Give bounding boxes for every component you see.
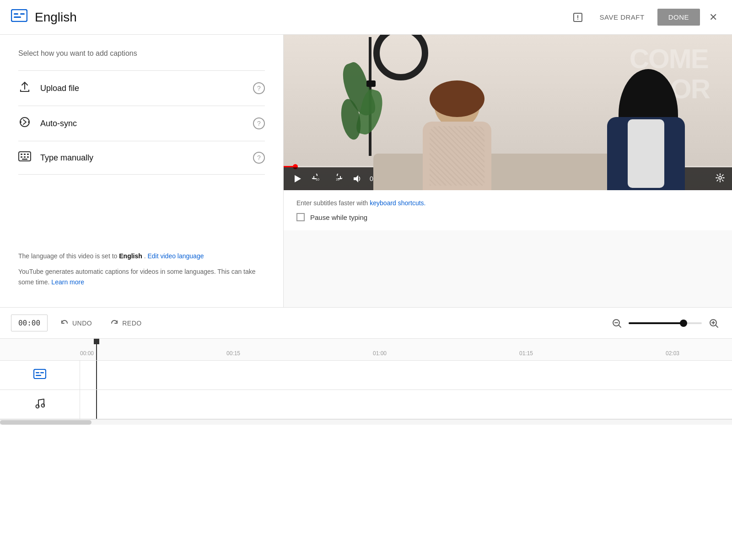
svg-rect-15 — [27, 156, 29, 158]
timeline-time-display: 00:00 — [11, 315, 48, 331]
music-track-cursor — [96, 390, 97, 419]
option-left-autosync: Auto-sync — [18, 116, 77, 131]
manual-help-icon[interactable]: ? — [253, 152, 265, 164]
music-track — [0, 390, 732, 419]
svg-rect-12 — [27, 154, 29, 155]
subtitle-info-text: Enter subtitles faster with keyboard sho… — [296, 199, 719, 207]
ruler-mark-4: 02:03 — [666, 350, 732, 357]
timeline-toolbar: 00:00 UNDO REDO — [0, 308, 732, 339]
zoom-in-button[interactable] — [706, 316, 721, 331]
header: English SAVE DRAFT DONE ✕ — [0, 0, 732, 35]
svg-rect-16 — [22, 159, 27, 160]
ruler-mark-2: 01:00 — [373, 350, 519, 357]
svg-point-21 — [719, 176, 721, 179]
edit-language-link[interactable]: Edit video language — [147, 252, 204, 260]
captions-track-content — [80, 361, 732, 389]
pause-typing-checkbox[interactable] — [296, 213, 305, 221]
right-panel: COME AMOR — [284, 35, 732, 307]
language-info: The language of this video is set to Eng… — [18, 251, 265, 261]
ruler-cursor-dot — [94, 339, 99, 344]
zoom-controls — [609, 316, 721, 331]
done-button[interactable]: DONE — [657, 9, 700, 26]
zoom-thumb — [680, 320, 687, 327]
language-info-prefix: The language of this video is set to — [18, 252, 119, 260]
captions-track-icon — [33, 369, 46, 382]
scrollbar-thumb[interactable] — [0, 420, 92, 425]
svg-rect-3 — [14, 16, 21, 18]
timeline-section: 00:00 UNDO REDO — [0, 307, 732, 558]
alert-button[interactable] — [569, 8, 587, 27]
zoom-out-button[interactable] — [609, 316, 624, 331]
svg-rect-30 — [36, 372, 39, 373]
zoom-slider[interactable] — [629, 322, 702, 324]
camera — [366, 80, 376, 87]
ruler-mark-0: 00:00 — [80, 350, 226, 357]
svg-rect-31 — [40, 372, 44, 373]
option-left-manual: Type manually — [18, 151, 93, 164]
auto-sync-label: Auto-sync — [40, 119, 77, 128]
keyboard-icon — [18, 151, 31, 164]
type-manually-option[interactable]: Type manually ? — [18, 141, 265, 175]
music-track-label — [0, 390, 80, 419]
subtitle-info: Enter subtitles faster with keyboard sho… — [284, 190, 732, 230]
pause-while-typing-control[interactable]: Pause while typing — [296, 213, 719, 221]
svg-point-6 — [577, 19, 578, 20]
svg-rect-11 — [24, 154, 26, 155]
upload-icon — [18, 81, 31, 96]
learn-more-link[interactable]: Learn more — [51, 278, 84, 286]
svg-marker-17 — [295, 175, 301, 182]
svg-rect-13 — [21, 156, 22, 158]
undo-button[interactable]: UNDO — [55, 315, 97, 331]
rewind-10-button[interactable]: 10 — [310, 172, 324, 186]
select-caption-title: Select how you want to add captions — [18, 49, 265, 58]
svg-line-24 — [619, 325, 621, 327]
ruler-cursor-line — [96, 339, 97, 360]
captions-track-label — [0, 361, 80, 389]
svg-rect-29 — [34, 369, 46, 379]
video-preview: COME AMOR — [284, 35, 732, 190]
upload-file-label: Upload file — [40, 84, 79, 93]
save-draft-button[interactable]: SAVE DRAFT — [592, 9, 652, 26]
keyboard-shortcuts-link[interactable]: keyboard shortcuts. — [370, 199, 425, 207]
video-container: COME AMOR — [284, 35, 732, 190]
svg-rect-0 — [11, 10, 27, 21]
svg-rect-14 — [24, 156, 26, 158]
autosync-help-icon[interactable]: ? — [253, 117, 265, 129]
redo-button[interactable]: REDO — [105, 315, 147, 331]
type-manually-label: Type manually — [40, 153, 93, 163]
plant-leaves — [346, 62, 381, 140]
upload-help-icon[interactable]: ? — [253, 82, 265, 94]
music-track-content — [80, 390, 732, 419]
svg-marker-20 — [354, 175, 358, 182]
svg-text:10: 10 — [336, 178, 339, 181]
page-title: English — [35, 10, 77, 25]
header-right: SAVE DRAFT DONE ✕ — [569, 8, 721, 27]
svg-rect-2 — [20, 13, 25, 15]
timeline-tracks — [0, 361, 732, 419]
language-name: English — [119, 252, 142, 260]
header-left: English — [11, 9, 77, 25]
auto-sync-icon — [18, 116, 31, 131]
music-note-icon — [35, 397, 45, 412]
captions-icon — [11, 9, 27, 25]
forward-10-button[interactable]: 10 — [330, 172, 344, 186]
auto-captions-info: YouTube generates automatic captions for… — [18, 267, 265, 287]
timeline-ruler: 00:00 00:15 01:00 01:15 02:03 — [0, 339, 732, 361]
video-settings-button[interactable] — [716, 173, 725, 185]
auto-sync-option[interactable]: Auto-sync ? — [18, 106, 265, 141]
svg-rect-1 — [14, 13, 18, 15]
ruler-marks: 00:00 00:15 01:00 01:15 02:03 — [80, 350, 732, 357]
play-button[interactable] — [291, 172, 304, 185]
bottom-scrollbar[interactable] — [0, 419, 732, 425]
person2 — [605, 67, 687, 190]
svg-rect-32 — [36, 375, 41, 376]
volume-button[interactable] — [350, 172, 363, 185]
svg-rect-10 — [21, 154, 22, 155]
upload-file-option[interactable]: Upload file ? — [18, 71, 265, 106]
close-button[interactable]: ✕ — [705, 8, 721, 27]
caption-options: Upload file ? Auto- — [18, 70, 265, 175]
zoom-track — [629, 322, 684, 324]
option-left-upload: Upload file — [18, 81, 79, 96]
bottom-text: The language of this video is set to Eng… — [18, 242, 265, 293]
svg-text:10: 10 — [316, 178, 319, 181]
